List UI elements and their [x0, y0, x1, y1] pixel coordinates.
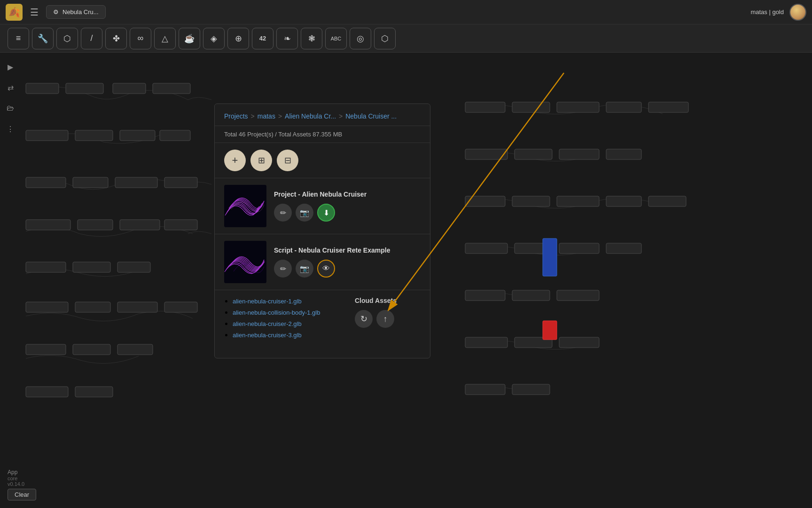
- project-tab[interactable]: ⚙ Nebula Cru...: [46, 5, 106, 19]
- svg-rect-28: [465, 102, 505, 112]
- svg-rect-23: [26, 344, 66, 355]
- svg-rect-50: [515, 337, 552, 348]
- leaf-tool-btn[interactable]: ❧: [276, 28, 298, 49]
- breadcrumb-projects[interactable]: Projects: [224, 112, 248, 120]
- svg-rect-34: [515, 149, 552, 159]
- play-icon[interactable]: ▶: [4, 60, 17, 73]
- svg-rect-8: [26, 177, 66, 188]
- cube-tool-btn[interactable]: ◈: [203, 28, 225, 49]
- file-link-1[interactable]: alien-nebula-cruiser-1.glb: [233, 298, 302, 305]
- cloud-assets-section: Cloud Assets ↻ ↑: [355, 297, 421, 342]
- svg-rect-41: [648, 196, 686, 206]
- cup-tool-btn[interactable]: ☕: [179, 28, 200, 49]
- svg-rect-20: [75, 302, 110, 312]
- breadcrumb-alien[interactable]: Alien Nebula Cr...: [285, 112, 336, 120]
- project-actions-2: ✏ 📷 👁: [274, 260, 421, 278]
- bottom-left: App core v0.14.0 Clear: [8, 469, 36, 500]
- svg-rect-10: [115, 177, 157, 188]
- search-icon: ⊟: [284, 155, 291, 166]
- toolbar: ≡ 🔧 ⬡ / ✤ ∞ △ ☕ ◈ ⊕ 42 ❧ ❃ ABC ◎ ⬡: [0, 24, 812, 53]
- stats-label: Total 46 Project(s) / Total Assets 87.35…: [224, 131, 342, 138]
- breadcrumb-matas[interactable]: matas: [258, 112, 275, 120]
- view-button-2[interactable]: 👁: [317, 260, 335, 278]
- svg-rect-42: [465, 243, 508, 254]
- svg-rect-4: [26, 130, 68, 141]
- breadcrumb-current[interactable]: Nebula Cruiser ...: [345, 112, 397, 120]
- svg-rect-12: [26, 220, 70, 230]
- svg-rect-43: [515, 243, 552, 254]
- file-list: alien-nebula-cruiser-1.glb alien-nebula-…: [224, 297, 345, 342]
- refresh-cloud-button[interactable]: ↻: [355, 310, 373, 328]
- number-tool-btn[interactable]: 42: [252, 28, 273, 49]
- svg-rect-40: [606, 196, 641, 206]
- download-button-1[interactable]: ⬇: [317, 204, 335, 222]
- nebula-thumb-1: [224, 185, 266, 227]
- cloud-actions: ↻ ↑: [355, 310, 421, 328]
- project-actions-1: ✏ 📷 ⬇: [274, 204, 421, 222]
- hex2-tool-btn[interactable]: ⬡: [374, 28, 396, 49]
- file-link-2[interactable]: alien-nebula-collision-body-1.glb: [233, 309, 320, 316]
- project-name-2: Script - Nebula Cruiser Rete Example: [274, 246, 421, 254]
- hex-tool-btn[interactable]: ⬡: [56, 28, 78, 49]
- swap-icon[interactable]: ⇄: [4, 81, 17, 94]
- camera-button-1[interactable]: 📷: [296, 204, 313, 222]
- svg-rect-33: [465, 149, 508, 159]
- infinity-tool-btn[interactable]: ∞: [130, 28, 151, 49]
- svg-rect-55: [543, 321, 557, 340]
- svg-rect-22: [164, 302, 197, 312]
- text-tool-btn[interactable]: ≡: [8, 28, 29, 49]
- file-link-3[interactable]: alien-nebula-cruiser-2.glb: [233, 320, 302, 327]
- file-item-3: alien-nebula-cruiser-2.glb: [233, 319, 345, 328]
- ring-tool-btn[interactable]: ◎: [350, 28, 371, 49]
- svg-rect-2: [113, 83, 146, 94]
- file-item-1: alien-nebula-cruiser-1.glb: [233, 297, 345, 305]
- triangle-tool-btn[interactable]: △: [154, 28, 176, 49]
- svg-rect-25: [117, 344, 153, 355]
- svg-rect-13: [78, 220, 113, 230]
- svg-rect-14: [120, 220, 160, 230]
- more-icon[interactable]: ⋮: [4, 122, 17, 135]
- wrench-tool-btn[interactable]: 🔧: [32, 28, 54, 49]
- target-tool-btn[interactable]: ✤: [105, 28, 127, 49]
- pen-tool-btn[interactable]: /: [81, 28, 102, 49]
- sep1: >: [251, 112, 255, 120]
- user-label: matas | gold: [750, 8, 784, 16]
- folder-icon[interactable]: 🗁: [4, 102, 17, 115]
- search-button[interactable]: ⊟: [277, 150, 298, 171]
- flower-tool-btn[interactable]: ❃: [301, 28, 322, 49]
- cloud-assets-label: Cloud Assets: [355, 297, 421, 304]
- svg-rect-49: [465, 337, 508, 348]
- sep2: >: [278, 112, 282, 120]
- project-item-1: Project - Alien Nebula Cruiser ✏ 📷 ⬇: [215, 178, 430, 234]
- svg-rect-51: [559, 337, 599, 348]
- edit-button-2[interactable]: ✏: [274, 260, 292, 278]
- project-info-2: Script - Nebula Cruiser Rete Example ✏ 📷…: [274, 246, 421, 278]
- add-project-button[interactable]: +: [224, 150, 246, 171]
- camera-button-2[interactable]: 📷: [296, 260, 313, 278]
- file-item-2: alien-nebula-collision-body-1.glb: [233, 308, 345, 317]
- svg-rect-47: [512, 290, 550, 301]
- svg-rect-3: [153, 83, 190, 94]
- svg-rect-5: [75, 130, 113, 141]
- hamburger-button[interactable]: ☰: [28, 5, 40, 20]
- edit-button-1[interactable]: ✏: [274, 204, 292, 222]
- svg-rect-45: [606, 243, 641, 254]
- clear-button[interactable]: Clear: [8, 489, 36, 500]
- svg-rect-1: [66, 83, 103, 94]
- svg-rect-44: [559, 243, 599, 254]
- circle-tool-btn[interactable]: ⊕: [227, 28, 249, 49]
- file-link-4[interactable]: alien-nebula-cruiser-3.glb: [233, 332, 302, 339]
- svg-rect-9: [73, 177, 108, 188]
- add-asset-button[interactable]: ⊞: [250, 150, 272, 171]
- add-grid-icon: ⊞: [258, 155, 265, 166]
- svg-rect-35: [559, 149, 599, 159]
- upload-cloud-button[interactable]: ↑: [376, 310, 394, 328]
- svg-rect-27: [75, 387, 113, 397]
- svg-rect-39: [557, 196, 599, 206]
- svg-rect-36: [606, 149, 641, 159]
- svg-rect-38: [512, 196, 550, 206]
- svg-rect-31: [606, 102, 641, 112]
- svg-rect-16: [26, 262, 66, 272]
- svg-rect-29: [512, 102, 550, 112]
- text-label-tool-btn[interactable]: ABC: [325, 28, 347, 49]
